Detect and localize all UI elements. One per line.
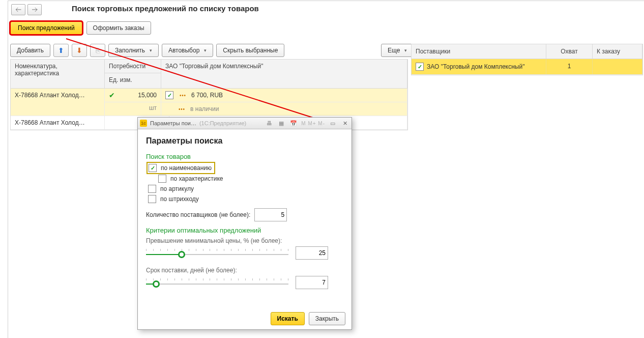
by-name-label: по наименованию <box>161 164 212 172</box>
to-order-value <box>593 59 642 74</box>
cell-nomenclature: X-78668 Атлант Холод… <box>11 116 105 129</box>
minimize-icon[interactable]: ▭ <box>328 119 337 127</box>
dialog-title-short: Параметры пои… <box>150 120 196 126</box>
supplier-checkbox[interactable] <box>165 91 173 99</box>
nav-back-button[interactable]: 🡠 <box>11 4 25 15</box>
print-icon[interactable]: 🖶 <box>265 119 274 127</box>
memory-buttons[interactable]: M M+ M- <box>301 121 325 126</box>
option-by-name-row: по наименованию <box>148 163 214 173</box>
pattern-icon: • • • <box>179 106 184 112</box>
table-row[interactable]: X-78668 Атлант Холод… ✔ 15,000 шт • • • … <box>11 89 407 116</box>
price-over-input[interactable] <box>296 246 328 260</box>
col-supplier[interactable]: ЗАО "Торговый дом Комплексный" <box>161 60 407 89</box>
price-over-block: Превышение минимальной цены, % (не более… <box>146 237 343 260</box>
check-icon: ✔ <box>109 91 115 99</box>
suppliers-table-header: Поставщики Охват К заказу <box>412 44 642 59</box>
delivery-label: Срок поставки, дней (не более): <box>146 267 343 274</box>
by-barcode-label: по штрихкоду <box>160 195 199 203</box>
suppliers-table: Поставщики Охват К заказу ЗАО "Торговый … <box>411 44 643 75</box>
add-button[interactable]: Добавить <box>10 44 50 57</box>
supplier-name: ЗАО "Торговый дом Комплексный" <box>427 63 524 70</box>
dialog-titlebar[interactable]: 1c Параметры пои… (1С:Предприятие) 🖶 ▦ 📅… <box>138 118 352 129</box>
col-to-order[interactable]: К заказу <box>593 44 642 59</box>
primary-toolbar: Поиск предложений Оформить заказы <box>10 21 151 35</box>
col-nomenclature[interactable]: Номенклатура, характеристика <box>11 60 105 89</box>
cell-need: ✔ 15,000 шт <box>105 89 161 116</box>
by-name-checkbox[interactable] <box>149 164 157 172</box>
by-char-checkbox[interactable] <box>158 175 166 183</box>
stock-value: в наличии <box>190 105 219 112</box>
dialog-heading: Параметры поиска <box>146 136 343 146</box>
slider-thumb[interactable] <box>153 280 160 288</box>
by-article-label: по артикулу <box>160 185 194 192</box>
move-up-button[interactable]: ⬆ <box>53 44 69 57</box>
delivery-slider[interactable] <box>146 278 288 287</box>
col-need: Потребности Ед. изм. <box>105 60 161 89</box>
option-by-barcode-row: по штрихкоду <box>148 195 343 203</box>
col-coverage[interactable]: Охват <box>546 44 593 59</box>
arrow-down-icon: ⬇ <box>76 46 82 54</box>
cell-supplier: • • • 6 700, RUB • • • в наличии <box>161 89 407 116</box>
app-1c-icon: 1c <box>140 120 147 127</box>
section-search-goods: Поиск товаров <box>146 153 343 160</box>
delivery-input[interactable] <box>296 276 328 289</box>
pattern-icon: • • • <box>180 93 185 98</box>
by-barcode-checkbox[interactable] <box>148 195 156 203</box>
more-dropdown[interactable]: Еще <box>381 44 414 57</box>
search-params-dialog: 1c Параметры пои… (1С:Предприятие) 🖶 ▦ 📅… <box>137 117 352 330</box>
calc-icon[interactable]: ▦ <box>277 119 286 127</box>
qty-value: 15,000 <box>138 92 157 99</box>
cell-nomenclature: X-78668 Атлант Холод… <box>11 89 105 116</box>
price-over-label: Превышение минимальной цены, % (не более… <box>146 237 343 244</box>
price-value: 6 700, RUB <box>191 92 223 99</box>
close-button[interactable]: Закрыть <box>309 312 345 325</box>
arrow-up-icon: ⬆ <box>58 46 64 54</box>
dialog-title-app: (1С:Предприятие) <box>199 120 246 126</box>
hide-selected-button[interactable]: Скрыть выбранные <box>216 44 284 57</box>
search-offers-button[interactable]: Поиск предложений <box>10 21 82 35</box>
col-unit-label[interactable]: Ед. изм. <box>105 73 161 87</box>
col-supplier-name[interactable]: Поставщики <box>412 44 546 59</box>
unit-value: шт <box>105 102 161 116</box>
by-char-label: по характеристике <box>170 175 223 182</box>
fill-dropdown[interactable]: Заполнить <box>108 44 159 57</box>
close-icon[interactable]: ✕ <box>340 119 349 127</box>
secondary-toolbar: Добавить ⬆ ⬇ ⎘ Заполнить Автовыбор Скрыт… <box>10 44 284 57</box>
option-by-article-row: по артикулу <box>148 185 343 193</box>
slider-thumb[interactable] <box>178 251 185 258</box>
option-by-char-row: по характеристике <box>158 175 343 183</box>
table-row[interactable]: ЗАО "Торговый дом Комплексный" 1 <box>412 59 642 75</box>
supplier-count-label: Количество поставщиков (не более): <box>146 211 250 218</box>
autoselect-dropdown[interactable]: Автовыбор <box>162 44 213 57</box>
page-title: Поиск торговых предложений по списку тов… <box>72 4 259 13</box>
calendar-icon[interactable]: 📅 <box>289 119 298 127</box>
copy-icon: ⎘ <box>96 46 100 54</box>
price-over-slider[interactable] <box>146 249 288 257</box>
col-need-label[interactable]: Потребности <box>105 60 161 73</box>
dialog-body: Параметры поиска Поиск товаров по наимен… <box>138 129 352 308</box>
nav-forward-button[interactable]: 🡢 <box>27 4 42 15</box>
offers-table-header: Номенклатура, характеристика Потребности… <box>11 60 407 89</box>
dialog-footer: Искать Закрыть <box>138 308 352 329</box>
delivery-block: Срок поставки, дней (не более): <box>146 267 343 289</box>
search-button[interactable]: Искать <box>271 312 305 325</box>
coverage-value: 1 <box>546 59 593 74</box>
move-down-button[interactable]: ⬇ <box>72 44 87 57</box>
supplier-count-input[interactable] <box>254 208 287 221</box>
copy-button[interactable]: ⎘ <box>90 44 105 57</box>
supplier-count-row: Количество поставщиков (не более): <box>146 208 343 221</box>
supplier-row-checkbox[interactable] <box>416 63 424 71</box>
history-nav: 🡠 🡢 <box>11 4 42 15</box>
create-orders-button[interactable]: Оформить заказы <box>86 21 151 35</box>
section-criteria: Критерии оптимальных предложений <box>146 227 343 234</box>
by-article-checkbox[interactable] <box>148 185 156 193</box>
